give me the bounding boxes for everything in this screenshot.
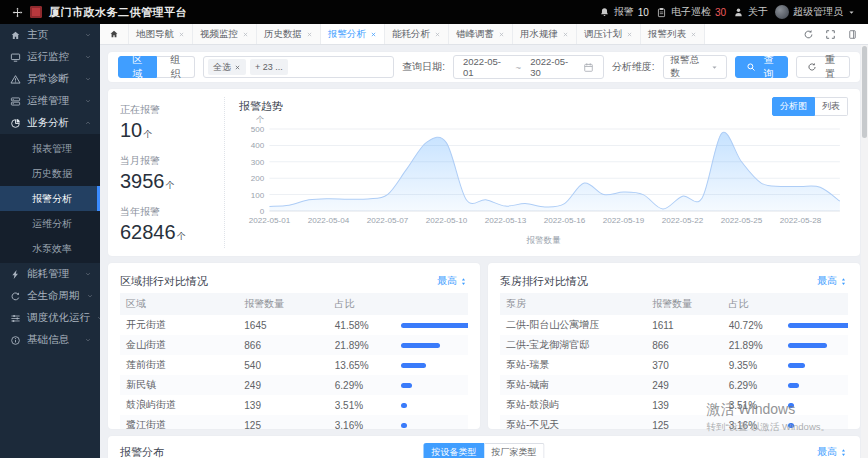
sort-icon <box>839 448 848 457</box>
about-button[interactable]: 关于 <box>733 5 768 19</box>
cell-count: 540 <box>238 355 328 375</box>
document-icon[interactable] <box>847 29 858 40</box>
chevron-down-icon <box>84 97 92 105</box>
scope-region-button[interactable]: 区域 <box>118 56 157 78</box>
sidebar-subitem-4-4[interactable]: 水泵效率 <box>0 236 100 261</box>
view-chart-button[interactable]: 分析图 <box>772 97 815 116</box>
tab-5[interactable]: 错峰调蓄 <box>449 24 513 44</box>
table-row[interactable]: 开元街道 1645 41.58% <box>120 315 468 335</box>
region-ranking-card: 区域排行对比情况 最高 区域报警数量占比 开元街道 1645 41.58% 金山… <box>108 263 480 429</box>
tab-label: 用水规律 <box>520 28 558 41</box>
region-sort-highest-link[interactable]: 最高 <box>437 274 468 288</box>
tab-6[interactable]: 用水规律 <box>513 24 577 44</box>
sidebar-item-label: 全生命周期 <box>27 289 80 303</box>
close-icon[interactable] <box>690 31 697 38</box>
table-row[interactable]: 金山街道 866 21.89% <box>120 335 468 355</box>
scrollbar-thumb[interactable] <box>862 46 867 138</box>
close-icon[interactable] <box>234 64 241 71</box>
user-menu[interactable]: 超级管理员 <box>775 5 856 19</box>
cell-bar <box>782 375 848 395</box>
tab-home[interactable] <box>100 24 129 44</box>
region-multiselect-input[interactable]: 全选 + 23 ... <box>203 56 394 78</box>
reset-button[interactable]: 重置 <box>796 56 850 78</box>
pump-sort-highest-link[interactable]: 最高 <box>817 274 848 288</box>
table-row[interactable]: 鹭江街道 125 3.16% <box>120 415 468 429</box>
view-list-button[interactable]: 列表 <box>815 97 848 116</box>
distribution-sort-highest-link[interactable]: 最高 <box>817 445 848 458</box>
app-title: 厦门市政水务二供管理平台 <box>49 5 187 20</box>
scope-org-button[interactable]: 组织 <box>157 56 195 78</box>
pct-bar <box>401 363 426 368</box>
close-icon[interactable] <box>498 31 505 38</box>
alarm-trend-chart: 0100200300400500个2022-05-012022-05-04202… <box>239 115 848 235</box>
sidebar-item-2[interactable]: 异常诊断 <box>0 68 100 90</box>
refresh-icon[interactable] <box>803 29 814 40</box>
date-range-input[interactable]: 2022-05-01 ~ 2022-05-30 <box>453 55 604 79</box>
date-start-value[interactable]: 2022-05-01 <box>463 56 507 78</box>
by-device-type-button[interactable]: 按设备类型 <box>424 443 485 458</box>
close-icon[interactable] <box>370 31 377 38</box>
avatar <box>775 5 789 19</box>
sidebar-item-1[interactable]: 运行监控 <box>0 46 100 68</box>
table-row[interactable]: 泵站-瑞景 370 9.35% <box>500 355 848 375</box>
search-button[interactable]: 查询 <box>735 56 789 78</box>
cell-bar <box>395 375 468 395</box>
sidebar-item-5[interactable]: 能耗管理 <box>0 263 100 285</box>
close-icon[interactable] <box>562 31 569 38</box>
sidebar-subitem-4-1[interactable]: 历史数据 <box>0 161 100 186</box>
table-row[interactable]: 泵站-不见天 125 3.16% <box>500 415 848 429</box>
svg-text:200: 200 <box>251 174 265 183</box>
sidebar-item-label: 运维管理 <box>27 94 78 108</box>
fullscreen-icon[interactable] <box>825 29 836 40</box>
date-end-value[interactable]: 2022-05-30 <box>530 56 574 78</box>
tab-3[interactable]: 报警分析 <box>321 24 385 44</box>
table-row[interactable]: 泵站-鼓浪屿 139 3.51% <box>500 395 848 415</box>
close-icon[interactable] <box>626 31 633 38</box>
vertical-scrollbar[interactable] <box>861 45 868 458</box>
sidebar-item-7[interactable]: 调度优化运行 <box>0 307 100 329</box>
close-icon[interactable] <box>178 31 185 38</box>
move-icon[interactable] <box>12 7 23 18</box>
tab-2[interactable]: 历史数据 <box>257 24 321 44</box>
column-header: 占比 <box>723 293 782 315</box>
tab-4[interactable]: 能耗分析 <box>385 24 449 44</box>
tab-1[interactable]: 视频监控 <box>193 24 257 44</box>
inspection-count: 30 <box>715 7 726 18</box>
selected-tag-more[interactable]: + 23 ... <box>250 59 288 75</box>
table-row[interactable]: 莲前街道 540 13.65% <box>120 355 468 375</box>
sliders-icon <box>10 313 21 324</box>
sidebar-item-6[interactable]: 全生命周期 <box>0 285 100 307</box>
close-icon[interactable] <box>434 31 441 38</box>
tab-7[interactable]: 调压计划 <box>577 24 641 44</box>
sidebar-subitem-4-0[interactable]: 报表管理 <box>0 136 100 161</box>
sidebar-subitem-4-2[interactable]: 报警分析 <box>0 186 100 211</box>
selected-tag-all[interactable]: 全选 <box>208 59 246 75</box>
by-vendor-type-button[interactable]: 按厂家类型 <box>485 443 545 458</box>
table-row[interactable]: 新民镇 249 6.29% <box>120 375 468 395</box>
sidebar-item-label: 异常诊断 <box>27 72 78 86</box>
close-icon[interactable] <box>242 31 249 38</box>
stat-label: 当年报警 <box>120 205 224 219</box>
tab-0[interactable]: 地图导航 <box>129 24 193 44</box>
sidebar-item-3[interactable]: 运维管理 <box>0 90 100 112</box>
inspection-indicator[interactable]: 电子巡检 30 <box>656 5 726 19</box>
sort-link-label: 最高 <box>817 445 837 458</box>
tab-8[interactable]: 报警列表 <box>641 24 705 44</box>
pct-bar <box>401 323 468 328</box>
sidebar-item-4[interactable]: 业务分析 <box>0 112 100 134</box>
table-row[interactable]: 泵站-城南 249 6.29% <box>500 375 848 395</box>
sidebar-item-0[interactable]: 主页 <box>0 24 100 46</box>
alarm-indicator[interactable]: 报警 10 <box>599 5 649 19</box>
clipboard-icon <box>656 7 667 18</box>
chart-x-axis-caption: 报警数量 <box>239 235 848 247</box>
table-row[interactable]: 鼓浪屿街道 139 3.51% <box>120 395 468 415</box>
cell-count: 139 <box>238 395 328 415</box>
sidebar-item-8[interactable]: 基础信息 <box>0 329 100 351</box>
table-row[interactable]: 二供-宝龙御湖官邸 866 21.89% <box>500 335 848 355</box>
close-icon[interactable] <box>306 31 313 38</box>
cell-pct: 6.29% <box>723 375 782 395</box>
dimension-select[interactable]: 报警总数 <box>663 55 727 79</box>
table-row[interactable]: 二供-阳台山公寓增压 1611 40.72% <box>500 315 848 335</box>
sidebar-subitem-4-3[interactable]: 运维分析 <box>0 211 100 236</box>
cell-bar <box>395 315 468 335</box>
